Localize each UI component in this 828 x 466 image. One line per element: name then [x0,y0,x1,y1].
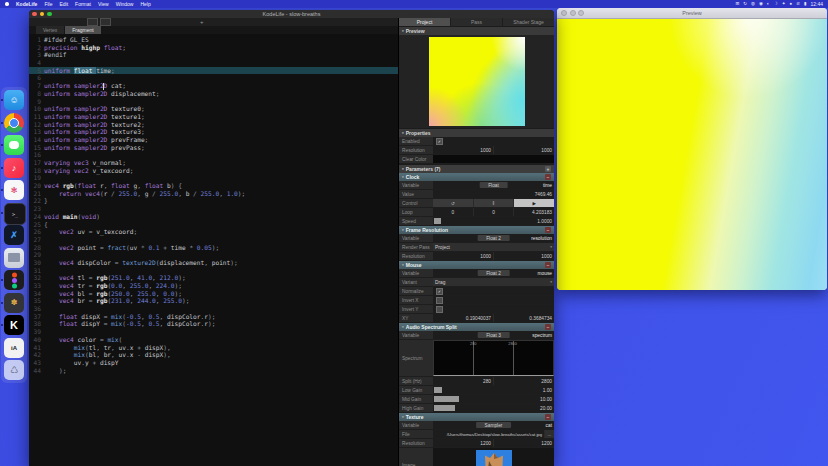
bluetooth-icon[interactable]: ● [790,0,793,8]
media-icon[interactable]: ✽ [4,293,24,313]
menu-kodelife[interactable]: KodeLife [16,1,37,7]
panel-tab-pass[interactable]: Pass [451,18,502,26]
value-field[interactable]: 0.19040037 [433,314,493,322]
value-field[interactable]: 1200 [494,439,554,447]
value-field[interactable]: 0.3684734 [494,314,554,322]
value-field[interactable]: 2800 [494,377,554,385]
loop-end-field[interactable]: 0 [474,208,514,216]
slider[interactable]: 20.00 [433,404,554,412]
moon-icon[interactable]: ☽ [774,0,778,8]
remove-parameter-button[interactable]: − [545,174,551,180]
color-swatch[interactable] [433,155,554,163]
variable-name[interactable]: mouse [538,271,552,276]
slider[interactable]: 10.00 [433,395,554,403]
value-field[interactable]: 1200 [433,439,493,447]
restart-button[interactable]: ↺ [433,199,473,207]
cat-texture-thumbnail[interactable] [476,450,512,466]
param-audio-spectrum-split[interactable]: ▾Audio Spectrum Split− [399,323,554,331]
section-preview[interactable]: ▾Preview [399,26,554,35]
wifi-icon[interactable]: ≋ [796,0,800,8]
slider-handle[interactable] [434,396,459,402]
pause-button[interactable]: ‖ [474,199,514,207]
menu-view[interactable]: View [98,1,109,7]
loop-value-field[interactable]: 4.203183 [514,208,554,216]
preview-window[interactable]: Preview [557,8,827,290]
section-parameters[interactable]: ▾Parameters (7)+ [399,164,554,173]
split-divider[interactable] [473,341,474,375]
music-icon[interactable]: ♪ [4,158,24,178]
terminal-icon[interactable]: >_ [4,203,24,223]
variable-name[interactable]: spectrum [532,333,552,338]
iawriter-icon[interactable]: iA [4,338,24,358]
messages-icon[interactable] [4,135,24,155]
menu-file[interactable]: File [44,1,52,7]
shader-output-canvas[interactable] [557,19,827,290]
param-frame-resolution[interactable]: ▾Frame Resolution− [399,226,554,234]
pass-tab[interactable] [100,18,111,26]
record-icon[interactable]: ◉ [759,0,763,8]
checkbox[interactable]: ✓ [436,138,443,145]
param-mouse[interactable]: ▾Mouse− [399,261,554,269]
code-editor[interactable]: 1#ifdef GL_ES2precision highp float;3#en… [29,34,398,466]
remove-parameter-button[interactable]: − [545,414,551,420]
type-selector[interactable]: Float 3 [477,332,510,338]
preview-window-titlebar[interactable]: Preview [557,8,827,19]
screen-record-icon[interactable]: ◍ [751,0,755,8]
variable-name[interactable]: cat [546,423,552,428]
add-pass-button[interactable]: + [200,19,204,25]
checkbox[interactable]: ✓ [436,288,443,295]
value-field[interactable]: 1000 [494,252,554,260]
remove-parameter-button[interactable]: − [545,324,551,330]
panel-tab-project[interactable]: Project [399,18,450,26]
pass-tab[interactable] [87,18,98,26]
remove-parameter-button[interactable]: − [545,262,551,268]
menu-help[interactable]: Help [140,1,150,7]
param-texture[interactable]: ▾Texture− [399,413,554,421]
browse-button[interactable]: ... [545,430,554,438]
window-titlebar[interactable]: KodeLife - slow-breaths [29,10,554,18]
checkbox[interactable] [436,297,443,304]
shader-preview-thumbnail[interactable] [429,37,525,126]
control-center-icon[interactable]: ◐ [767,0,770,8]
mail-icon[interactable] [4,248,24,268]
menu-window[interactable]: Window [116,1,134,7]
param-clock[interactable]: ▾Clock− [399,173,554,181]
play-button[interactable]: ▶ [514,199,554,207]
apple-menu-icon[interactable] [5,2,9,7]
value-field[interactable]: 7469.46 [433,190,554,198]
slider-handle[interactable] [434,218,441,224]
trash-icon[interactable]: ♺ [4,360,24,380]
slider[interactable]: 1.0000 [433,217,554,225]
checkbox[interactable] [436,306,443,313]
sync-icon[interactable]: ↻ [743,0,747,8]
section-properties[interactable]: ▾Properties [399,128,554,137]
slider[interactable]: 1.00 [433,386,554,394]
type-selector[interactable]: Float 2 [477,270,510,276]
slider-handle[interactable] [434,387,442,393]
dropdown[interactable]: Drag▾ [433,278,554,286]
slider-handle[interactable] [434,405,455,411]
tab-vertex[interactable]: Vertex [36,26,64,34]
tab-fragment[interactable]: Fragment [65,26,100,34]
split-divider[interactable] [513,341,514,375]
file-path-field[interactable]: /Users/thomas/Desktop/slow-breaths/asset… [433,430,544,438]
display-icon[interactable]: ⊞ [736,0,740,8]
loop-start-field[interactable]: 0 [433,208,473,216]
add-parameter-button[interactable]: + [545,166,551,172]
kodelife-icon[interactable]: K [4,315,24,335]
variable-name[interactable]: time [543,183,552,188]
menu-edit[interactable]: Edit [59,1,68,7]
menu-format[interactable]: Format [75,1,91,7]
value-field[interactable]: 280 [433,377,493,385]
value-field[interactable]: 1000 [433,252,493,260]
value-field[interactable]: 1000 [494,146,554,154]
figma-icon[interactable] [4,270,24,290]
slack-icon[interactable]: ✻ [4,180,24,200]
remove-parameter-button[interactable]: − [545,227,551,233]
variable-name[interactable]: resolution [531,236,552,241]
value-field[interactable]: 1000 [433,146,493,154]
type-selector[interactable]: Sampler [476,422,512,428]
type-selector[interactable]: Float 2 [477,235,510,241]
finder-icon[interactable]: ☺ [4,90,24,110]
dropdown[interactable]: Project▾ [433,243,554,251]
